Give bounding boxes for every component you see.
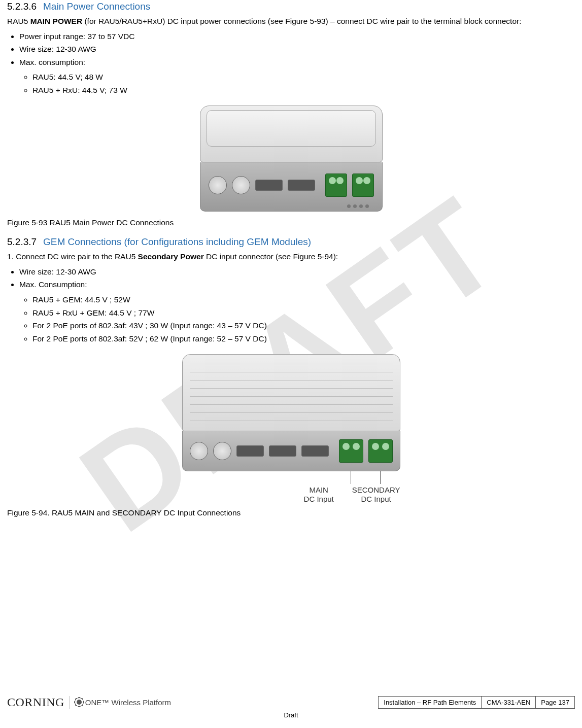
section-1-sub-bullets: RAU5: 44.5 V; 48 W RAU5 + RxU: 44.5 V; 7…	[19, 71, 575, 96]
section-2-title: GEM Connections (for Configurations incl…	[43, 236, 311, 247]
figure-94-caption: Figure 5-94. RAU5 MAIN and SECONDARY DC …	[7, 508, 575, 518]
port-icon	[236, 445, 264, 457]
label-text: MAIN	[304, 486, 334, 495]
list-item: RAU5 + RxU + GEM: 44.5 V ; 77W	[32, 306, 575, 320]
footer-cell-section: Installation – RF Path Elements	[379, 697, 481, 708]
terminal-block-icon	[352, 174, 374, 197]
port-icon	[190, 442, 208, 460]
footer-cell-page: Page 137	[535, 697, 574, 708]
label-text: DC Input	[352, 495, 400, 504]
list-item: For 2 PoE ports of 802.3af: 52V ; 62 W (…	[32, 332, 575, 345]
step-bold: Secondary Power	[138, 252, 204, 261]
device-illustration: MAIN DC Input SECONDARY DC Input	[182, 354, 400, 504]
footer-cell-docnum: CMA-331-AEN	[481, 697, 535, 708]
list-item-label: Max. Consumption:	[19, 280, 87, 289]
section-2-sub-bullets: RAU5 + GEM: 44.5 V ; 52W RAU5 + RxU + GE…	[19, 293, 575, 345]
step-pre: 1. Connect DC wire pair to the RAU5	[7, 252, 138, 261]
figure-93	[7, 106, 575, 214]
label-text: DC Input	[304, 495, 334, 504]
brand-name: CORNING	[7, 696, 64, 709]
list-item: Wire size: 12-30 AWG	[19, 265, 575, 279]
step-post: DC input connector (see Figure 5-94):	[204, 252, 338, 261]
list-item: Max. consumption: RAU5: 44.5 V; 48 W RAU…	[19, 56, 575, 97]
section-2-bullets: Wire size: 12-30 AWG Max. Consumption: R…	[7, 265, 575, 345]
port-icon	[209, 176, 227, 194]
port-icon	[301, 445, 329, 457]
callout-line	[380, 471, 381, 484]
port-icon	[213, 442, 231, 460]
label-main-dc-input: MAIN DC Input	[304, 486, 334, 504]
brand-product-text: ONE™ Wireless Platform	[85, 698, 171, 707]
label-text: SECONDARY	[352, 486, 400, 495]
sun-icon	[75, 698, 83, 706]
terminal-block-icon	[325, 174, 347, 197]
page-footer: CORNING ONE™ Wireless Platform Installat…	[7, 696, 575, 719]
list-item: For 2 PoE ports of 802.3af: 43V ; 30 W (…	[32, 319, 575, 332]
list-item-label: Max. consumption:	[19, 58, 85, 66]
list-item: Wire size: 12-30 AWG	[19, 43, 575, 56]
figure-93-caption: Figure 5-93 RAU5 Main Power DC Connectio…	[7, 218, 575, 228]
intro-pre: RAU5	[7, 17, 30, 25]
brand-block: CORNING ONE™ Wireless Platform	[7, 696, 171, 709]
brand-separator	[70, 696, 70, 709]
terminal-block-main-icon	[339, 439, 363, 463]
section-1-heading: 5.2.3.6 Main Power Connections	[7, 0, 575, 13]
section-2-step: 1. Connect DC wire pair to the RAU5 Seco…	[7, 252, 575, 262]
intro-post: (for RAU5/RAU5+RxU) DC input power conne…	[82, 17, 521, 25]
port-icon	[269, 445, 296, 457]
section-1-number: 5.2.3.6	[7, 1, 37, 12]
brand-product: ONE™ Wireless Platform	[75, 698, 171, 707]
footer-draft-label: Draft	[7, 711, 575, 719]
list-item: Power input range: 37 to 57 VDC	[19, 30, 575, 43]
label-secondary-dc-input: SECONDARY DC Input	[352, 486, 400, 504]
port-icon	[288, 180, 315, 191]
section-1-bullets: Power input range: 37 to 57 VDC Wire siz…	[7, 30, 575, 97]
footer-info-boxes: Installation – RF Path Elements CMA-331-…	[378, 696, 575, 709]
intro-bold: MAIN POWER	[30, 17, 82, 25]
led-row	[347, 204, 369, 208]
section-2-heading: 5.2.3.7 GEM Connections (for Configurati…	[7, 235, 575, 249]
list-item: RAU5 + GEM: 44.5 V ; 52W	[32, 293, 575, 306]
port-icon	[255, 180, 283, 191]
section-1-title: Main Power Connections	[43, 1, 150, 12]
list-item: RAU5: 44.5 V; 48 W	[32, 71, 575, 84]
section-2-number: 5.2.3.7	[7, 236, 37, 247]
list-item: RAU5 + RxU: 44.5 V; 73 W	[32, 84, 575, 97]
port-icon	[232, 176, 250, 194]
figure-94: MAIN DC Input SECONDARY DC Input	[7, 354, 575, 504]
section-1-intro: RAU5 MAIN POWER (for RAU5/RAU5+RxU) DC i…	[7, 16, 575, 27]
terminal-block-secondary-icon	[368, 439, 393, 463]
list-item: Max. Consumption: RAU5 + GEM: 44.5 V ; 5…	[19, 278, 575, 345]
callout-line	[351, 471, 351, 484]
device-illustration	[200, 106, 383, 212]
